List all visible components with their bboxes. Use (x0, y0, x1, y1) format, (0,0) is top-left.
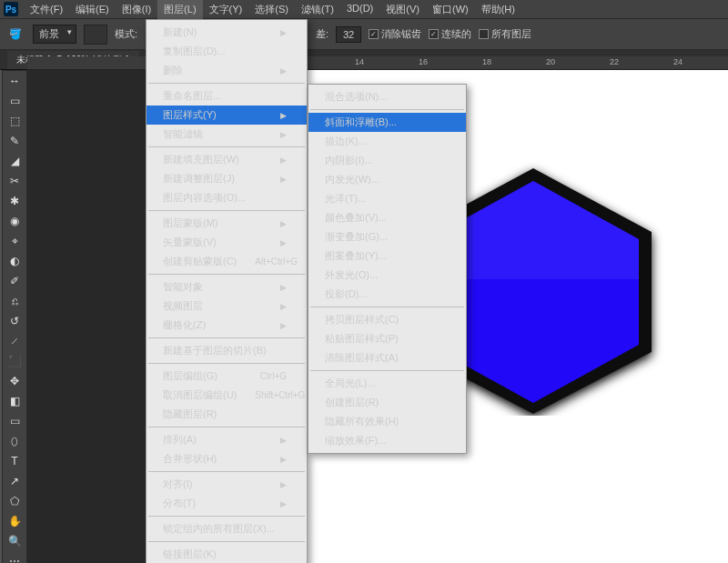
menu-item-label: 视频图层 (163, 299, 203, 313)
tolerance-input[interactable]: 32 (336, 26, 361, 43)
menu-item[interactable]: 图层蒙版(M)▶ (147, 214, 307, 233)
menu-separator (148, 337, 305, 338)
tool-24[interactable]: ⋯ (3, 551, 26, 563)
tool-0[interactable]: ↔ (3, 71, 26, 91)
menu-item[interactable]: 内发光(W)... (308, 170, 466, 189)
menu-separator (148, 146, 305, 147)
tool-22[interactable]: ✋ (3, 511, 26, 531)
tool-15[interactable]: ✥ (3, 371, 26, 391)
app-logo: Ps (4, 2, 18, 16)
menu-item[interactable]: 渐变叠加(G)... (308, 227, 466, 246)
contiguous-checkbox[interactable]: ✓连续的 (429, 27, 471, 41)
tool-13[interactable]: ⟋ (3, 331, 26, 351)
submenu-arrow-icon: ▶ (280, 283, 287, 292)
menu-item-label: 新建基于图层的切片(B) (163, 344, 267, 357)
tool-4[interactable]: ◢ (3, 151, 26, 171)
tool-2[interactable]: ⬚ (3, 111, 26, 131)
menu-3[interactable]: 图层(L) (157, 0, 202, 19)
shortcut-label: Ctrl+G (260, 371, 287, 381)
menu-item-label: 清除图层样式(A) (325, 351, 399, 365)
submenu-arrow-icon: ▶ (280, 156, 287, 165)
menu-item[interactable]: 投影(D)... (308, 285, 466, 304)
menu-item-label: 内发光(W)... (325, 173, 379, 186)
menu-item-label: 重命名图层... (163, 89, 221, 103)
menu-item[interactable]: 复制图层(D)... (147, 42, 307, 61)
tool-20[interactable]: ↗ (3, 471, 26, 491)
tool-12[interactable]: ↺ (3, 311, 26, 331)
menu-item[interactable]: 新建填充图层(W)▶ (147, 150, 307, 169)
menu-4[interactable]: 文字(Y) (203, 0, 249, 19)
menu-item-label: 新建(N) (163, 25, 197, 39)
tool-11[interactable]: ⎌ (3, 291, 26, 311)
menu-item[interactable]: 混合选项(N)... (308, 87, 466, 106)
menu-item[interactable]: 创建剪贴蒙版(C)Alt+Ctrl+G (147, 252, 307, 271)
menu-7[interactable]: 3D(D) (340, 0, 379, 19)
submenu-arrow-icon: ▶ (280, 111, 287, 120)
pattern-swatch[interactable] (84, 25, 107, 45)
menu-item[interactable]: 外发光(O)... (308, 266, 466, 285)
menu-item[interactable]: 隐藏图层(R) (147, 405, 307, 424)
tool-21[interactable]: ⬠ (3, 491, 26, 511)
menu-item-label: 合并形状(H) (163, 452, 217, 466)
toolbox: ↔▭⬚✎◢✂✱◉⌖◐✐⎌↺⟋⬛✥◧▭⬯T↗⬠✋🔍⋯ (2, 70, 27, 563)
menu-item[interactable]: 矢量蒙版(V)▶ (147, 233, 307, 252)
tool-23[interactable]: 🔍 (3, 531, 26, 551)
menu-5[interactable]: 选择(S) (248, 0, 295, 19)
all-layers-checkbox[interactable]: 所有图层 (479, 27, 531, 41)
menu-item-label: 渐变叠加(G)... (325, 230, 388, 244)
tool-16[interactable]: ◧ (3, 391, 26, 411)
menu-item[interactable]: 图层编组(G)Ctrl+G (147, 367, 307, 386)
tool-7[interactable]: ◉ (3, 211, 26, 231)
submenu-arrow-icon: ▶ (280, 130, 287, 139)
bucket-icon[interactable]: 🪣 (5, 25, 25, 45)
menu-8[interactable]: 视图(V) (379, 0, 426, 19)
menu-item[interactable]: 新建调整图层(J)▶ (147, 169, 307, 188)
menu-item[interactable]: 智能对象▶ (147, 277, 307, 297)
menu-item[interactable]: 删除▶ (147, 61, 307, 80)
menu-item[interactable]: 全局光(L)... (308, 374, 466, 393)
menu-6[interactable]: 滤镜(T) (295, 0, 340, 19)
tool-18[interactable]: ⬯ (3, 431, 26, 451)
mode-label: 模式: (115, 27, 137, 41)
tool-9[interactable]: ◐ (3, 251, 26, 271)
menu-9[interactable]: 窗口(W) (426, 0, 475, 19)
menu-item[interactable]: 新建基于图层的切片(B) (147, 341, 307, 360)
tool-3[interactable]: ✎ (3, 131, 26, 151)
menu-item[interactable]: 描边(K)... (308, 132, 466, 151)
menu-separator (310, 370, 464, 371)
menu-item[interactable]: 图层样式(Y)▶ (147, 106, 307, 125)
fill-source-dropdown[interactable]: 前景 (33, 25, 76, 44)
tool-1[interactable]: ▭ (3, 91, 26, 111)
menu-item[interactable]: 图案叠加(Y)... (308, 246, 466, 266)
menu-item[interactable]: 重命名图层... (147, 86, 307, 106)
menu-item: 拷贝图层样式(C) (308, 310, 466, 329)
menu-separator (148, 427, 305, 427)
menu-item[interactable]: 斜面和浮雕(B)... (308, 113, 466, 132)
menu-item[interactable]: 取消图层编组(U)Shift+Ctrl+G (147, 386, 307, 405)
menu-10[interactable]: 帮助(H) (475, 0, 521, 19)
menu-2[interactable]: 图像(I) (116, 0, 157, 19)
menu-separator (148, 516, 305, 517)
tool-6[interactable]: ✱ (3, 191, 26, 211)
menu-item[interactable]: 排列(A)▶ (147, 430, 307, 449)
menu-item[interactable]: 隐藏所有效果(H) (308, 412, 466, 431)
menu-item[interactable]: 光泽(T)... (308, 189, 466, 208)
menu-item-label: 图层内容选项(O)... (163, 191, 246, 205)
tool-5[interactable]: ✂ (3, 171, 26, 191)
menu-item[interactable]: 视频图层▶ (147, 297, 307, 316)
menu-0[interactable]: 文件(F) (24, 0, 69, 19)
tool-17[interactable]: ▭ (3, 411, 26, 431)
antialias-checkbox[interactable]: ✓消除锯齿 (369, 27, 421, 41)
menu-item[interactable]: 新建(N)▶ (147, 23, 307, 42)
menu-item[interactable]: 内阴影(I)... (308, 151, 466, 170)
tool-8[interactable]: ⌖ (3, 231, 26, 251)
submenu-arrow-icon: ▶ (280, 28, 287, 37)
tool-10[interactable]: ✐ (3, 271, 26, 291)
tool-14[interactable]: ⬛ (3, 351, 26, 371)
menu-item[interactable]: 颜色叠加(V)... (308, 208, 466, 227)
tool-19[interactable]: T (3, 451, 26, 471)
menu-1[interactable]: 编辑(E) (69, 0, 116, 19)
menu-item-label: 外发光(O)... (325, 268, 378, 282)
menu-item[interactable]: 栅格化(Z)▶ (147, 316, 307, 335)
menu-item-label: 智能滤镜 (163, 127, 203, 141)
